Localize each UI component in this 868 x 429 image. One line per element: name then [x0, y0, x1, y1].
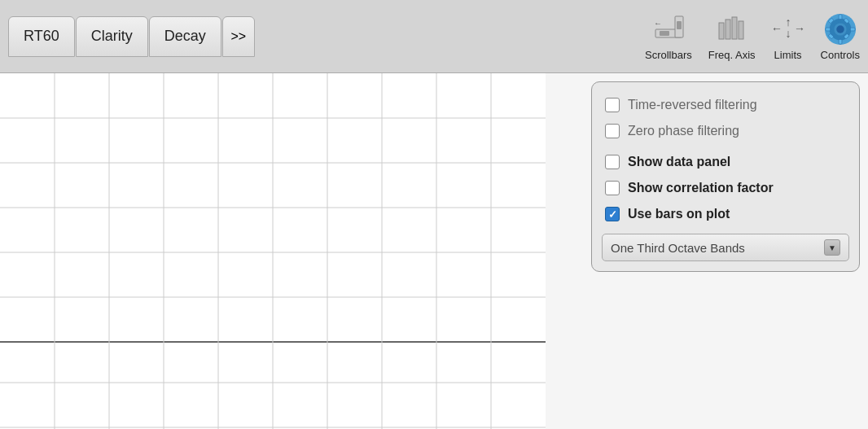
dropdown-arrow-icon: ▼: [828, 243, 836, 252]
grid-area: [0, 73, 546, 429]
octave-bands-select-text: One Third Octave Bands: [611, 241, 824, 255]
svg-rect-8: [739, 21, 743, 39]
controls-icon: [824, 13, 857, 46]
grid-svg: [0, 73, 546, 429]
tab-rt60[interactable]: RT60: [8, 16, 75, 57]
controls-button[interactable]: Controls: [821, 13, 860, 61]
show-data-panel-label: Show data panel: [628, 155, 730, 169]
tab-overflow-label: >>: [230, 29, 246, 44]
show-correlation-checkbox[interactable]: [605, 181, 620, 195]
show-correlation-item[interactable]: Show correlation factor: [592, 175, 859, 201]
zero-phase-checkbox[interactable]: [605, 124, 620, 138]
svg-text:↓: ↓: [785, 27, 791, 40]
tab-overflow-button[interactable]: >>: [222, 16, 255, 57]
svg-rect-3: [677, 21, 682, 29]
toolbar: RT60 Clarity Decay >> ←: [0, 0, 868, 73]
zero-phase-item[interactable]: Zero phase filtering: [592, 118, 859, 144]
scrollbars-icon: ←: [652, 13, 685, 46]
tab-strip: RT60 Clarity Decay >>: [8, 16, 255, 57]
time-reversed-checkbox[interactable]: [605, 98, 620, 112]
octave-bands-dropdown-arrow[interactable]: ▼: [824, 239, 840, 256]
freq-axis-label: Freq. Axis: [708, 49, 756, 61]
main-content: Time-reversed filtering Zero phase filte…: [0, 73, 868, 429]
dropdown-panel: Time-reversed filtering Zero phase filte…: [591, 81, 860, 272]
scrollbars-button[interactable]: ← Scrollbars: [645, 13, 692, 61]
freq-axis-button[interactable]: Freq. Axis: [708, 13, 756, 61]
tab-clarity-label: Clarity: [91, 28, 133, 45]
use-bars-checkbox[interactable]: [605, 207, 620, 221]
limits-icon: ↑ ↓ ← →: [772, 13, 804, 46]
svg-rect-1: [660, 31, 669, 36]
scrollbars-label: Scrollbars: [645, 49, 692, 61]
toolbar-icons: ← Scrollbars Freq. Axis: [645, 0, 860, 73]
show-data-panel-item[interactable]: Show data panel: [592, 149, 859, 175]
time-reversed-item[interactable]: Time-reversed filtering: [592, 92, 859, 118]
show-data-panel-checkbox[interactable]: [605, 155, 620, 169]
tab-clarity[interactable]: Clarity: [76, 16, 148, 57]
tab-decay[interactable]: Decay: [149, 16, 221, 57]
svg-text:←: ←: [654, 19, 662, 28]
controls-label: Controls: [821, 49, 860, 61]
svg-rect-6: [726, 20, 730, 39]
limits-button[interactable]: ↑ ↓ ← → Limits: [772, 13, 804, 61]
svg-text:←: ←: [772, 22, 783, 35]
octave-bands-select[interactable]: One Third Octave Bands ▼: [602, 234, 849, 261]
use-bars-label: Use bars on plot: [628, 207, 730, 221]
svg-rect-7: [732, 17, 737, 39]
svg-rect-15: [839, 14, 842, 19]
svg-rect-17: [826, 28, 831, 31]
time-reversed-label: Time-reversed filtering: [628, 98, 757, 112]
use-bars-item[interactable]: Use bars on plot: [592, 201, 859, 227]
tab-rt60-label: RT60: [24, 28, 59, 45]
show-correlation-label: Show correlation factor: [628, 181, 774, 195]
svg-point-24: [836, 25, 844, 33]
svg-text:→: →: [794, 22, 804, 35]
tab-decay-label: Decay: [164, 28, 206, 45]
limits-label: Limits: [774, 49, 802, 61]
svg-rect-18: [850, 28, 855, 31]
zero-phase-label: Zero phase filtering: [628, 124, 739, 138]
svg-rect-16: [839, 39, 842, 44]
freq-axis-icon: [716, 13, 748, 46]
svg-rect-5: [719, 23, 724, 39]
